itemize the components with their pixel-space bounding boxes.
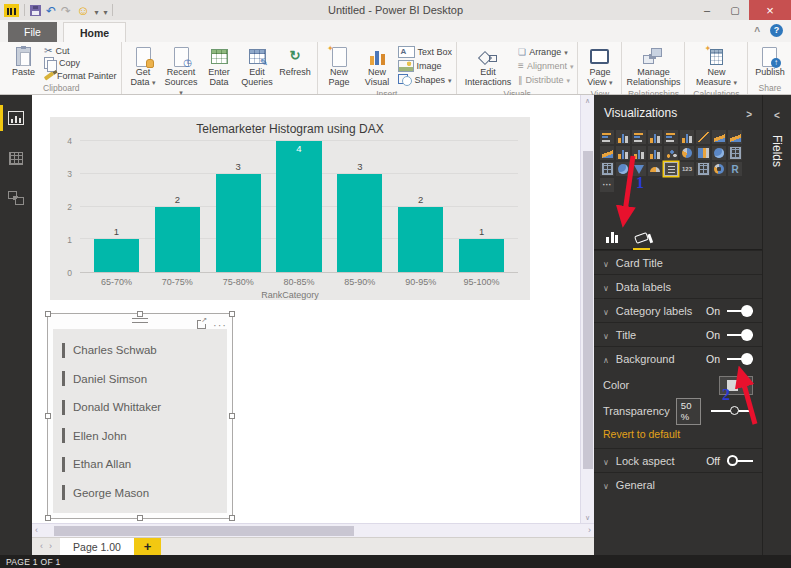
help-icon[interactable] xyxy=(770,24,783,37)
vertical-scroll-thumb[interactable] xyxy=(583,151,593,469)
gauge-icon[interactable] xyxy=(648,162,662,176)
slicer-item[interactable]: Daniel Simson xyxy=(62,365,227,394)
format-section-data-labels[interactable]: Data labels xyxy=(594,274,762,298)
slicer-item[interactable]: George Mason xyxy=(62,479,227,508)
scroll-right-icon[interactable] xyxy=(588,526,591,535)
customize-toolbar-icon[interactable] xyxy=(103,1,107,19)
sidebar-item-data-view[interactable] xyxy=(0,145,32,171)
undo-icon[interactable] xyxy=(46,1,56,19)
format-section-lock-aspect[interactable]: Lock aspect Off xyxy=(594,448,762,472)
stacked-bar-chart-icon[interactable] xyxy=(600,130,614,144)
bar-75-80%[interactable]: 3 xyxy=(208,141,269,272)
new-page-button[interactable]: New Page xyxy=(322,44,357,88)
expand-pane-icon[interactable] xyxy=(774,105,780,123)
stacked-column-chart-icon[interactable] xyxy=(616,130,630,144)
category-labels-toggle[interactable] xyxy=(727,305,753,317)
horizontal-scrollbar[interactable] xyxy=(32,523,594,537)
page-view-button[interactable]: Page View xyxy=(582,44,617,88)
manage-relationships-button[interactable]: Manage Relationships xyxy=(626,44,680,88)
image-button[interactable]: Image xyxy=(398,60,453,72)
next-page-icon[interactable] xyxy=(49,542,52,551)
resize-handle[interactable] xyxy=(229,311,235,317)
previous-page-icon[interactable] xyxy=(40,542,43,551)
transparency-value[interactable]: 50 % xyxy=(676,398,701,425)
slicer-item[interactable]: Charles Schwab xyxy=(62,336,227,365)
funnel-chart-icon[interactable] xyxy=(632,162,646,176)
more-options-icon[interactable]: ··· xyxy=(600,178,614,192)
format-painter-button[interactable]: Format Painter xyxy=(44,71,117,81)
bar-chart-visual[interactable]: Telemarketer Histogram using DAX 01234 1… xyxy=(50,117,530,300)
feedback-caret-icon[interactable] xyxy=(94,1,98,19)
scroll-up-icon[interactable] xyxy=(585,96,590,105)
card-icon[interactable]: 123 xyxy=(680,162,694,176)
map-icon[interactable] xyxy=(712,146,726,160)
bar[interactable] xyxy=(216,174,261,272)
minimize-button[interactable] xyxy=(693,0,721,20)
enter-data-button[interactable]: Enter Data xyxy=(202,44,237,98)
edit-interactions-button[interactable]: Edit Interactions xyxy=(461,44,515,88)
table-icon[interactable] xyxy=(728,146,742,160)
resize-handle[interactable] xyxy=(229,413,235,419)
slicer-item[interactable]: Ethan Allan xyxy=(62,450,227,479)
bar[interactable] xyxy=(398,207,443,273)
maximize-button[interactable] xyxy=(721,0,749,20)
scroll-left-icon[interactable] xyxy=(35,526,38,535)
sidebar-item-report-view[interactable] xyxy=(0,105,32,131)
fields-pane-collapsed[interactable]: Fields xyxy=(762,95,791,555)
100-stacked-bar-chart-icon[interactable] xyxy=(664,130,678,144)
cut-button[interactable]: Cut xyxy=(44,45,117,56)
100-stacked-column-chart-icon[interactable] xyxy=(680,130,694,144)
bar[interactable] xyxy=(337,174,382,272)
filled-map-icon[interactable] xyxy=(616,162,630,176)
resize-handle[interactable] xyxy=(229,515,235,521)
bar[interactable] xyxy=(155,207,200,273)
matrix-icon[interactable] xyxy=(600,162,614,176)
ribbon-chart-icon[interactable] xyxy=(600,146,614,160)
resize-handle[interactable] xyxy=(137,515,143,521)
collapse-pane-icon[interactable] xyxy=(746,104,752,122)
text-box-button[interactable]: Text Box xyxy=(398,46,453,58)
new-visual-button[interactable]: New Visual xyxy=(360,44,395,88)
collapse-ribbon-icon[interactable] xyxy=(754,21,760,39)
slicer-visual[interactable]: Charles SchwabDaniel SimsonDonald Whitta… xyxy=(47,313,233,519)
background-toggle[interactable] xyxy=(727,353,753,365)
line-chart-icon[interactable] xyxy=(696,130,710,144)
lock-aspect-toggle[interactable] xyxy=(727,455,753,467)
format-section-category-labels[interactable]: Category labels On xyxy=(594,298,762,322)
slicer-item[interactable]: Donald Whittaker xyxy=(62,393,227,422)
multi-row-card-icon[interactable] xyxy=(696,162,710,176)
drag-handle-icon[interactable] xyxy=(132,318,148,323)
save-icon[interactable] xyxy=(30,5,41,16)
paste-button[interactable]: Paste xyxy=(6,44,41,82)
horizontal-scroll-thumb[interactable] xyxy=(54,526,354,536)
page-tab[interactable]: Page 1.00 xyxy=(60,538,134,555)
bar-95-100%[interactable]: 1 xyxy=(451,141,512,272)
pie-chart-icon[interactable] xyxy=(680,146,694,160)
fields-tab[interactable] xyxy=(606,226,619,250)
edit-queries-button[interactable]: Edit Queries xyxy=(240,44,275,98)
format-section-background[interactable]: Background On xyxy=(594,346,762,370)
get-data-button[interactable]: Get Data xyxy=(126,44,161,98)
bar-80-85%[interactable]: 4 xyxy=(269,141,330,272)
resize-handle[interactable] xyxy=(137,311,143,317)
vertical-scrollbar[interactable] xyxy=(580,95,594,523)
scroll-down-icon[interactable] xyxy=(585,513,590,522)
tab-home[interactable]: Home xyxy=(63,22,126,42)
title-toggle[interactable] xyxy=(727,329,753,341)
stacked-area-chart-icon[interactable] xyxy=(728,130,742,144)
bar[interactable] xyxy=(459,239,504,272)
bar-90-95%[interactable]: 2 xyxy=(390,141,451,272)
format-section-card-title[interactable]: Card Title xyxy=(594,250,762,274)
refresh-button[interactable]: Refresh xyxy=(278,44,313,98)
arrange-button[interactable]: Arrange xyxy=(518,47,573,57)
bar-85-90%[interactable]: 3 xyxy=(329,141,390,272)
new-page-tab-button[interactable]: + xyxy=(134,538,161,555)
report-canvas[interactable]: Telemarketer Histogram using DAX 01234 1… xyxy=(32,95,580,523)
slider-thumb[interactable] xyxy=(730,406,739,415)
new-measure-button[interactable]: New Measure xyxy=(689,44,743,88)
r-script-visual-icon[interactable]: R xyxy=(728,162,742,176)
distribute-button[interactable]: Distribute xyxy=(518,75,573,85)
resize-handle[interactable] xyxy=(45,311,51,317)
resize-handle[interactable] xyxy=(45,413,51,419)
transparency-slider[interactable] xyxy=(711,405,753,417)
